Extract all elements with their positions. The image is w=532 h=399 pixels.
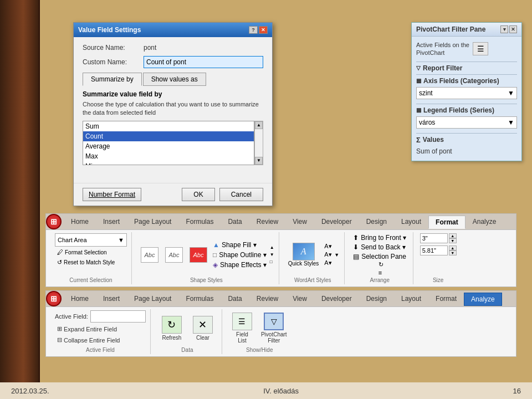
tab1-formulas[interactable]: Formulas [178, 215, 221, 228]
tab1-home[interactable]: Home [64, 215, 96, 228]
height-up-button[interactable]: ▲ [449, 233, 457, 238]
dialog-close-button[interactable]: ✕ [259, 26, 268, 34]
active-field-input[interactable] [90, 310, 146, 323]
selection-pane-icon: ▤ [353, 253, 359, 260]
dialog-area: Value Field Settings ? ✕ Source Name: po… [51, 11, 532, 211]
active-field-row: Active Field: [55, 310, 146, 323]
list-item-count[interactable]: Count [83, 131, 254, 141]
shape-styles-expand-button[interactable]: ▲ ▼ □ [270, 244, 274, 266]
tab-summarize-by[interactable]: Summarize by [83, 73, 142, 86]
custom-name-input[interactable] [144, 56, 263, 68]
tab2-layout[interactable]: Layout [394, 292, 428, 305]
expand-entire-field-button[interactable]: ⊞ Expand Entire Field [55, 324, 119, 334]
list-item-max[interactable]: Max [83, 151, 254, 161]
wordart-fill-button[interactable]: A▾ [324, 243, 331, 250]
format-selection-button[interactable]: 🖊 Format Selection [55, 248, 109, 257]
send-to-back-button[interactable]: ⬇ Send to Back ▾ [352, 243, 407, 252]
format-selection-icon: 🖊 [57, 249, 63, 255]
scroll-up-arrow[interactable]: ▲ [255, 121, 263, 129]
refresh-button[interactable]: ↻ Refresh [157, 314, 186, 343]
arrange-content: ⬆ Bring to Front ▾ ⬇ Send to Back ▾ ▤ Se… [352, 233, 407, 261]
current-selection-content: Chart Area ▼ 🖊 Format Selection ↺ Reset … [55, 233, 127, 276]
scroll-down-arrow[interactable]: ▼ [255, 157, 263, 165]
width-input-row: ▲ ▼ [420, 245, 457, 255]
reset-to-match-button[interactable]: ↺ Reset to Match Style [55, 258, 117, 267]
tab1-format[interactable]: Format [428, 216, 466, 229]
number-format-button[interactable]: Number Format [83, 188, 141, 201]
tab2-data[interactable]: Data [221, 292, 249, 305]
active-field-group-label: Active Field [86, 347, 115, 353]
ok-button[interactable]: OK [182, 188, 214, 201]
tab2-insert[interactable]: Insert [96, 292, 127, 305]
calculation-listbox[interactable]: Sum Count Average Max Min Product [83, 121, 254, 165]
expand-icon-af: ⊞ [57, 325, 62, 332]
field-list-button[interactable]: ☰ FieldList [229, 310, 255, 346]
tab2-format[interactable]: Format [428, 292, 464, 305]
wordart-effects-button[interactable]: A▾ [324, 259, 331, 267]
legend-fields-section: ▦ Legend Fields (Series) [416, 106, 517, 114]
office-button-2[interactable]: ⊞ [46, 291, 62, 306]
wordart-outline-button[interactable]: A▾ [324, 251, 331, 258]
chart-area-dropdown[interactable]: Chart Area ▼ [55, 233, 127, 247]
tab2-page-layout[interactable]: Page Layout [127, 292, 178, 305]
active-fields-icon[interactable]: ☰ [473, 42, 488, 55]
tab1-analyze[interactable]: Analyze [466, 215, 504, 228]
selection-pane-button[interactable]: ▤ Selection Pane [352, 252, 407, 261]
tab2-analyze[interactable]: Analyze [464, 293, 502, 306]
expand-icon3: □ [270, 259, 274, 264]
tab-show-values-as[interactable]: Show values as [143, 73, 206, 86]
cancel-button[interactable]: Cancel [219, 188, 263, 201]
list-item-average[interactable]: Average [83, 141, 254, 151]
refresh-icon: ↻ [162, 316, 182, 334]
tab2-developer[interactable]: Developer [314, 292, 359, 305]
reset-label: Reset to Match Style [64, 259, 115, 265]
tab2-formulas[interactable]: Formulas [178, 292, 221, 305]
expand-icon: ▲ [270, 245, 274, 250]
width-down-button[interactable]: ▼ [449, 250, 457, 255]
shape-fill-icon: ▲ [213, 241, 219, 249]
width-input[interactable] [420, 245, 448, 255]
shape-outline-button[interactable]: □ Shape Outline ▾ [212, 250, 268, 259]
height-input[interactable] [420, 233, 448, 243]
list-item-sum[interactable]: Sum [83, 121, 254, 131]
legend-fields-dropdown[interactable]: város ▼ [416, 116, 517, 129]
abc-style-3-icon: Abc [190, 247, 207, 263]
tab1-data[interactable]: Data [221, 215, 249, 228]
tab2-review[interactable]: Review [249, 292, 285, 305]
tab1-layout[interactable]: Layout [394, 215, 428, 228]
shape-fill-button[interactable]: ▲ Shape Fill ▾ [212, 241, 268, 249]
office-button-1[interactable]: ⊞ [46, 214, 62, 229]
tab1-view[interactable]: View [285, 215, 314, 228]
list-item-min[interactable]: Min [83, 161, 254, 165]
height-down-button[interactable]: ▼ [449, 238, 457, 243]
active-field-label: Active Field: [55, 313, 88, 320]
bring-to-front-label: Bring to Front ▾ [361, 234, 406, 242]
shape-effects-button[interactable]: ◈ Shape Effects ▾ [212, 260, 268, 269]
bring-to-front-button[interactable]: ⬆ Bring to Front ▾ [352, 233, 407, 242]
tab1-review[interactable]: Review [249, 215, 285, 228]
tab2-home[interactable]: Home [64, 292, 96, 305]
pivot-filter-button[interactable]: ▽ PivotChartFilter [258, 310, 290, 346]
clear-button[interactable]: ✕ Clear [188, 314, 217, 343]
abc-style-1-button[interactable]: Abc [139, 246, 161, 264]
shape-effects-label: Shape Effects ▾ [220, 261, 267, 269]
tab1-insert[interactable]: Insert [96, 215, 127, 228]
tab2-view[interactable]: View [285, 292, 314, 305]
tab1-page-layout[interactable]: Page Layout [127, 215, 178, 228]
tab2-design[interactable]: Design [359, 292, 394, 305]
tab1-design[interactable]: Design [359, 215, 394, 228]
quick-styles-button[interactable]: A Quick Styles [286, 242, 321, 268]
filter-pane-close-button[interactable]: ✕ [509, 25, 517, 33]
collapse-entire-field-button[interactable]: ⊟ Collapse Entire Field [55, 335, 122, 345]
axis-fields-dropdown[interactable]: szint ▼ [416, 87, 517, 99]
ribbon1-tab-row: ⊞ Home Insert Page Layout Formulas Data … [46, 214, 516, 230]
dialog-help-button[interactable]: ? [249, 26, 258, 34]
values-section: Σ Values [416, 136, 517, 144]
abc-style-3-button[interactable]: Abc [187, 246, 209, 264]
filter-pane-options-button[interactable]: ▾ [500, 25, 508, 33]
wordart-expand-button[interactable]: ▼ [334, 252, 340, 258]
width-up-button[interactable]: ▲ [449, 245, 457, 250]
abc-style-2-button[interactable]: Abc [163, 246, 185, 264]
ribbon2: ⊞ Home Insert Page Layout Formulas Data … [45, 290, 516, 357]
tab1-developer[interactable]: Developer [314, 215, 359, 228]
